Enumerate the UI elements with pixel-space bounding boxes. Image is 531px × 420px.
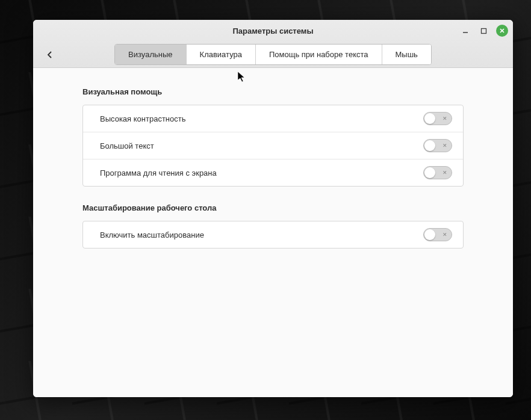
row-label: Включить масштабирование [100, 230, 204, 239]
switch-high-contrast[interactable]: ✕ [423, 112, 452, 125]
tab-typing-assist[interactable]: Помощь при наборе текста [256, 45, 382, 64]
switch-off-icon: ✕ [442, 170, 447, 176]
row-enable-scaling: Включить масштабирование ✕ [83, 221, 463, 248]
back-button[interactable] [42, 46, 58, 63]
switch-off-icon: ✕ [442, 232, 447, 238]
row-screen-reader: Программа для чтения с экрана ✕ [83, 159, 463, 186]
switch-knob [424, 229, 435, 240]
content: Визуальная помощь Высокая контрастность … [33, 68, 513, 397]
tabs-row: Визуальные Клавиатура Помощь при наборе … [33, 42, 513, 67]
window-controls [460, 25, 508, 37]
row-high-contrast: Высокая контрастность ✕ [83, 105, 463, 132]
section-header-visual: Визуальная помощь [82, 87, 464, 96]
tab-mouse[interactable]: Мышь [382, 45, 431, 64]
tabs: Визуальные Клавиатура Помощь при наборе … [114, 44, 432, 65]
row-label: Программа для чтения с экрана [100, 168, 217, 178]
switch-knob [424, 113, 435, 124]
row-label: Высокая контрастность [100, 114, 186, 123]
svg-rect-1 [481, 28, 486, 33]
settings-window: Параметры системы Визуальные Клавиатура … [33, 20, 513, 397]
row-label: Большой текст [100, 141, 154, 150]
section-header-scaling: Масштабирование рабочего стола [82, 203, 464, 212]
minimize-button[interactable] [460, 25, 471, 36]
tab-keyboard[interactable]: Клавиатура [187, 45, 256, 64]
titlebar: Параметры системы Визуальные Клавиатура … [33, 20, 513, 68]
title-row: Параметры системы [33, 20, 513, 42]
row-large-text: Большой текст ✕ [83, 132, 463, 159]
close-button[interactable] [496, 25, 508, 37]
tab-visual[interactable]: Визуальные [115, 45, 186, 64]
window-title: Параметры системы [232, 26, 313, 36]
switch-large-text[interactable]: ✕ [423, 139, 452, 152]
switch-off-icon: ✕ [442, 143, 447, 149]
switch-enable-scaling[interactable]: ✕ [423, 228, 452, 241]
switch-screen-reader[interactable]: ✕ [423, 166, 452, 179]
switch-off-icon: ✕ [442, 116, 447, 122]
panel-scaling: Включить масштабирование ✕ [82, 221, 464, 249]
maximize-button[interactable] [478, 25, 489, 36]
panel-visual: Высокая контрастность ✕ Большой текст ✕ … [82, 105, 464, 187]
switch-knob [424, 167, 435, 178]
switch-knob [424, 140, 435, 151]
